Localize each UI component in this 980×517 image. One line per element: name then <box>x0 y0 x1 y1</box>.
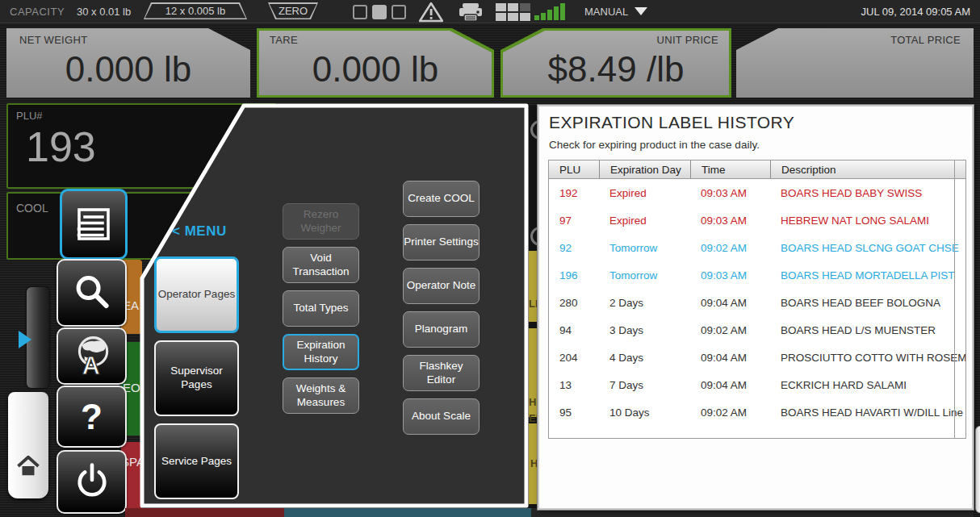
question-icon: ? <box>81 399 103 435</box>
chevron-down-icon <box>634 7 647 15</box>
help-button[interactable]: ? <box>57 386 127 448</box>
background-strip: LI HEEL H <box>529 106 538 509</box>
menu-operator-pages-button[interactable]: Operator Pages <box>154 256 239 333</box>
total-price-label: TOTAL PRICE <box>890 34 961 46</box>
language-button[interactable]: A <box>57 327 127 385</box>
menu-weights-measures-button[interactable]: Weights & Measures <box>283 377 359 414</box>
table-row[interactable]: 2044 Days09:04 AMPROSCIUTTO COTTO WITH R… <box>549 344 965 371</box>
mode-label: MANUAL <box>584 6 628 18</box>
tare-display: TARE 0.000 lb <box>257 28 494 98</box>
unit-price-value: $8.49 /lb <box>500 49 731 90</box>
mode-dropdown[interactable]: MANUAL <box>584 6 647 18</box>
net-weight-label: NET WEIGHT <box>19 34 87 46</box>
col-header-time: Time <box>690 161 770 178</box>
col-header-expiration-day: Expiration Day <box>599 161 690 178</box>
menu-supervisor-pages-button[interactable]: Supervisor Pages <box>154 340 239 416</box>
capacity-value: 30 x 0.01 lb <box>77 6 131 18</box>
menu-create-cool-button[interactable]: Create COOL <box>403 181 480 217</box>
table-row[interactable]: 137 Days09:04 AMECKRICH HARD SALAMI <box>549 371 965 398</box>
menu-planogram-button[interactable]: Planogram <box>403 311 480 348</box>
home-icon <box>16 455 40 477</box>
background-panel-fragment <box>975 426 980 513</box>
range-indicator-icon <box>353 5 406 19</box>
col-header-description: Description <box>770 161 965 178</box>
list-icon <box>74 205 113 244</box>
expiration-history-panel: EXPIRATION LABEL HISTORY Check for expir… <box>538 105 974 510</box>
menu-operator-note-button[interactable]: Operator Note <box>403 268 480 304</box>
wifi-signal-icon <box>534 3 565 20</box>
table-row[interactable]: 196Tomorrow09:03 AMBOARS HEAD MORTADELLA… <box>549 261 965 289</box>
power-button[interactable] <box>57 450 127 514</box>
grid-status-icon[interactable] <box>496 3 530 21</box>
menu-about-scale-button[interactable]: About Scale <box>403 398 480 435</box>
plu-value: 193 <box>26 123 96 171</box>
table-row[interactable]: 2802 Days09:04 AMBOARS HEAD BEEF BOLOGNA <box>549 289 965 316</box>
table-row[interactable]: 92Tomorrow09:02 AMBOARS HEAD SLCNG GOAT … <box>549 234 965 261</box>
bottom-strip-teal <box>284 508 531 517</box>
plu-panel: PLU# 193 <box>6 103 276 189</box>
svg-text:A: A <box>82 351 99 378</box>
menu-flashkey-editor-button[interactable]: Flashkey Editor <box>403 355 480 391</box>
capacity-label: CAPACITY <box>10 6 65 18</box>
table-row[interactable]: 943 Days09:02 AMBOARS HEAD L/S MUENSTER <box>549 316 965 344</box>
menu-total-types-button[interactable]: Total Types <box>283 290 359 327</box>
scale-screen: CAPACITY 30 x 0.01 lb 12 x 0.005 lb ZERO… <box>0 0 980 517</box>
capacity-range-badge: 12 x 0.005 lb <box>144 2 247 19</box>
bottom-strip-red <box>125 508 284 517</box>
table-scroll-rail[interactable] <box>954 161 955 438</box>
plu-label: PLU# <box>16 110 43 122</box>
menu-void-transaction-button[interactable]: Void Transaction <box>283 247 359 283</box>
search-icon <box>72 273 112 313</box>
menu-service-pages-button[interactable]: Service Pages <box>154 423 239 499</box>
printer-icon[interactable] <box>458 2 484 23</box>
top-status-bar: CAPACITY 30 x 0.01 lb 12 x 0.005 lb ZERO… <box>0 0 980 23</box>
col-header-plu: PLU <box>549 161 599 178</box>
cool-panel: COOL <box>6 192 276 260</box>
table-row[interactable]: 192Expired09:03 AMBOARS HEAD BABY SWISS <box>549 179 965 206</box>
expiration-table: PLU Expiration Day Time Description 192E… <box>548 160 966 439</box>
menu-rezero-weigher-button: Rezero Weigher <box>283 203 359 240</box>
net-weight-display: NET WEIGHT 0.000 lb <box>6 28 250 98</box>
tare-value: 0.000 lb <box>257 49 494 90</box>
net-weight-value: 0.000 lb <box>6 49 250 90</box>
table-header: PLU Expiration Day Time Description <box>549 161 965 179</box>
cool-menu-button[interactable] <box>60 189 128 260</box>
search-button[interactable] <box>57 259 127 327</box>
zero-button[interactable]: ZERO <box>268 2 318 19</box>
table-row[interactable]: 9510 Days09:02 AMBOARS HEAD HAVARTI W/DI… <box>549 398 965 426</box>
warning-icon[interactable] <box>419 2 443 23</box>
slider-arrow-icon[interactable] <box>19 331 31 348</box>
menu-expiration-history-button[interactable]: Expiration History <box>283 334 359 370</box>
unit-price-label: UNIT PRICE <box>657 34 718 46</box>
expiration-subtitle: Check for expiring product in the case d… <box>549 139 760 151</box>
home-slider-handle[interactable] <box>8 392 48 498</box>
globe-language-icon: A <box>69 334 115 379</box>
expiration-title: EXPIRATION LABEL HISTORY <box>549 113 794 132</box>
table-row[interactable]: 97Expired09:03 AMHEBREW NAT LONG SALAMI <box>549 206 965 234</box>
power-icon <box>71 461 113 503</box>
tare-label: TARE <box>270 34 298 46</box>
unit-price-display: UNIT PRICE $8.49 /lb <box>500 28 731 98</box>
menu-printer-settings-button[interactable]: Printer Settings <box>403 224 480 261</box>
menu-back-button[interactable]: < MENU <box>172 223 227 240</box>
datetime-display: JUL 09, 2014 09:05 AM <box>861 6 970 18</box>
cool-label: COOL <box>16 202 48 215</box>
total-price-display: TOTAL PRICE <box>736 28 974 98</box>
